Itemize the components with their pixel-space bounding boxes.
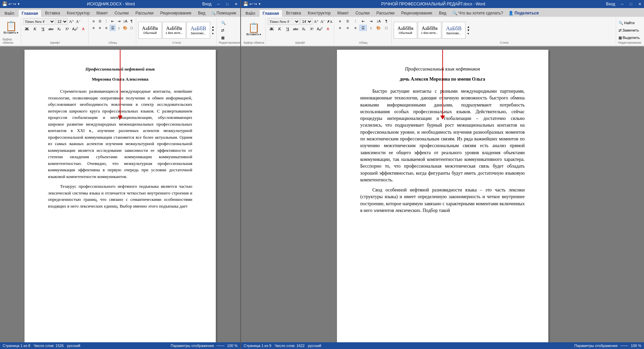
tab-view-1[interactable]: Вид bbox=[195, 9, 209, 17]
tab-help-1[interactable]: 🔍 Помощник bbox=[209, 9, 239, 17]
superscript-btn-2[interactable]: X² bbox=[308, 26, 315, 32]
underline-btn-2[interactable]: Ч bbox=[284, 26, 291, 32]
tab-review-1[interactable]: Рецензирование bbox=[157, 9, 195, 17]
tab-share-2[interactable]: 👤 Поделиться bbox=[506, 9, 541, 17]
tab-constructor-1[interactable]: Конструктор bbox=[63, 9, 93, 17]
display-params-1[interactable]: Параметры отображения bbox=[171, 344, 214, 348]
page-info-1[interactable]: Страница 1 из 8 bbox=[3, 344, 30, 348]
align-justify-btn-2[interactable]: ☰ bbox=[359, 25, 367, 31]
minimize-btn-2[interactable]: ─ bbox=[618, 0, 627, 8]
bold-btn-1[interactable]: Ж bbox=[23, 26, 31, 32]
highlight-btn-2[interactable]: A🖊 bbox=[316, 26, 324, 32]
maximize-btn-2[interactable]: □ bbox=[627, 0, 635, 8]
tab-home-1[interactable]: Главная bbox=[18, 9, 42, 17]
style-heading-2[interactable]: АаБбВ Заголово... bbox=[442, 22, 465, 39]
paste-button-2[interactable]: 📋 Вставить ▼ bbox=[247, 23, 261, 36]
underline-btn-1[interactable]: Ч bbox=[39, 26, 47, 32]
tab-constructor-2[interactable]: Конструктор bbox=[304, 9, 334, 17]
paste-button-1[interactable]: 📋 Вставить ▼ bbox=[4, 21, 18, 34]
close-btn-1[interactable]: ✕ bbox=[232, 0, 240, 8]
list-bullet-btn-2[interactable]: ≡ bbox=[336, 18, 344, 24]
list-number-btn-2[interactable]: ① bbox=[344, 18, 351, 24]
login-2[interactable]: Вход bbox=[603, 2, 618, 6]
fontcolor-btn-1[interactable]: A bbox=[80, 26, 87, 32]
font-size-down-btn-2[interactable]: A⁻ bbox=[320, 18, 326, 25]
page-info-2[interactable]: Страница 1 из 9 bbox=[244, 344, 271, 348]
find-btn-2[interactable]: 🔍 Найти bbox=[618, 19, 641, 26]
styles-more-btn-2[interactable]: ▲ ▼ ▾ bbox=[466, 25, 470, 36]
tab-refs-1[interactable]: Ссылки bbox=[111, 9, 132, 17]
tab-whatwant-2[interactable]: 🔍 Что вы хотите сделать? bbox=[450, 9, 506, 17]
maximize-btn-1[interactable]: □ bbox=[223, 0, 232, 8]
bold-btn-2[interactable]: Ж bbox=[268, 26, 275, 32]
save-icon-2[interactable]: 💾 bbox=[243, 1, 248, 7]
replace-btn-1[interactable]: ⇄ bbox=[221, 27, 236, 34]
strikethrough-btn-1[interactable]: abc bbox=[47, 26, 55, 32]
minimize-btn-1[interactable]: ─ bbox=[214, 0, 223, 8]
zoom-slider-2[interactable]: ─── bbox=[620, 344, 628, 348]
align-right-btn-2[interactable]: ≡ bbox=[352, 25, 359, 31]
language-2[interactable]: русский bbox=[308, 344, 321, 348]
indent-decrease-btn-1[interactable]: ⇤ bbox=[110, 18, 116, 24]
redo-icon-2[interactable]: ↪ bbox=[254, 2, 257, 7]
font-size-down-btn-1[interactable]: A⁻ bbox=[75, 18, 81, 25]
tab-insert-2[interactable]: Вставка bbox=[283, 9, 304, 17]
font-family-select-1[interactable]: Times New F bbox=[23, 18, 55, 25]
style-normal-2[interactable]: АаБбВв Обычный bbox=[394, 22, 417, 39]
font-size-up-btn-1[interactable]: A⁺ bbox=[68, 18, 75, 25]
tab-mailings-2[interactable]: Рассылки bbox=[373, 9, 398, 17]
fontcolor-btn-2[interactable]: A bbox=[324, 26, 332, 32]
font-size-select-2[interactable]: 14 bbox=[300, 18, 312, 25]
border-btn-1[interactable]: □ bbox=[129, 25, 135, 31]
tab-insert-1[interactable]: Вставка bbox=[42, 9, 63, 17]
font-size-select-1[interactable]: 12 bbox=[56, 18, 68, 25]
close-btn-2[interactable]: ✕ bbox=[635, 0, 644, 8]
sort-btn-2[interactable]: ↕A bbox=[375, 18, 382, 24]
indent-increase-btn-1[interactable]: ⇥ bbox=[116, 18, 122, 24]
doc-area-1[interactable]: Профессиональный нефтяной язык Морозова … bbox=[0, 46, 240, 342]
align-right-btn-1[interactable]: ≡ bbox=[103, 25, 109, 31]
align-left-btn-1[interactable]: ≡ bbox=[91, 25, 97, 31]
style-normal-1[interactable]: АаБбВв Обычный bbox=[138, 22, 162, 39]
tab-file-2[interactable]: Файл bbox=[242, 9, 259, 17]
qat-dropdown-icon-1[interactable]: ▼ bbox=[17, 2, 20, 6]
pilcrow-btn-1[interactable]: ¶ bbox=[129, 18, 135, 24]
strikethrough-btn-2[interactable]: abc bbox=[292, 26, 299, 32]
style-nobold-2[interactable]: АаБбВв 1 Без инте... bbox=[418, 22, 441, 39]
tab-file-1[interactable]: Файл bbox=[1, 9, 18, 17]
highlight-btn-1[interactable]: A🖊 bbox=[71, 26, 79, 32]
sort-btn-1[interactable]: ↕A bbox=[122, 18, 128, 24]
tab-layout-1[interactable]: Макет bbox=[93, 9, 111, 17]
doc-area-2[interactable]: Профессиональный язык нефтяников дочь Ал… bbox=[241, 46, 644, 342]
tab-refs-2[interactable]: Ссылки bbox=[352, 9, 373, 17]
tab-layout-2[interactable]: Макет bbox=[334, 9, 352, 17]
align-center-btn-1[interactable]: ≡ bbox=[97, 25, 103, 31]
tab-review-2[interactable]: Рецензирование bbox=[398, 9, 436, 17]
save-icon-1[interactable]: 💾 bbox=[2, 1, 7, 7]
align-center-btn-2[interactable]: ≡ bbox=[344, 25, 351, 31]
indent-decrease-btn-2[interactable]: ⇤ bbox=[359, 18, 367, 24]
shading-btn-1[interactable]: 🎨 bbox=[122, 25, 128, 31]
tab-home-2[interactable]: Главная bbox=[259, 9, 283, 17]
undo-icon-1[interactable]: ↩ bbox=[8, 2, 12, 7]
list-number-btn-1[interactable]: ① bbox=[97, 18, 103, 24]
style-heading-1[interactable]: АаБбВ Заголово... bbox=[187, 22, 210, 39]
pilcrow-btn-2[interactable]: ¶ bbox=[383, 18, 390, 24]
list-multi-btn-1[interactable]: ⋮ bbox=[103, 18, 109, 24]
tab-mailings-1[interactable]: Рассылки bbox=[132, 9, 157, 17]
redo-icon-1[interactable]: ↪ bbox=[13, 2, 16, 7]
style-nobold-1[interactable]: АаБбВв 1 Без инте... bbox=[162, 22, 186, 39]
subscript-btn-2[interactable]: X₂ bbox=[300, 26, 307, 32]
select-btn-1[interactable]: ▦ bbox=[221, 34, 236, 41]
display-params-2[interactable]: Параметры отображения bbox=[575, 344, 618, 348]
shading-btn-2[interactable]: 🎨 bbox=[375, 25, 382, 31]
clear-format-btn-2[interactable]: ✗A bbox=[327, 18, 333, 25]
list-bullet-btn-1[interactable]: ≡ bbox=[91, 18, 97, 24]
align-left-btn-2[interactable]: ≡ bbox=[336, 25, 344, 31]
font-size-up-btn-2[interactable]: A⁺ bbox=[313, 18, 319, 25]
list-multi-btn-2[interactable]: ⋮ bbox=[352, 18, 359, 24]
italic-btn-1[interactable]: К bbox=[31, 26, 39, 32]
language-1[interactable]: русский bbox=[67, 344, 80, 348]
font-family-select-2[interactable]: Times New F bbox=[268, 18, 300, 25]
subscript-btn-1[interactable]: X₂ bbox=[55, 26, 63, 32]
